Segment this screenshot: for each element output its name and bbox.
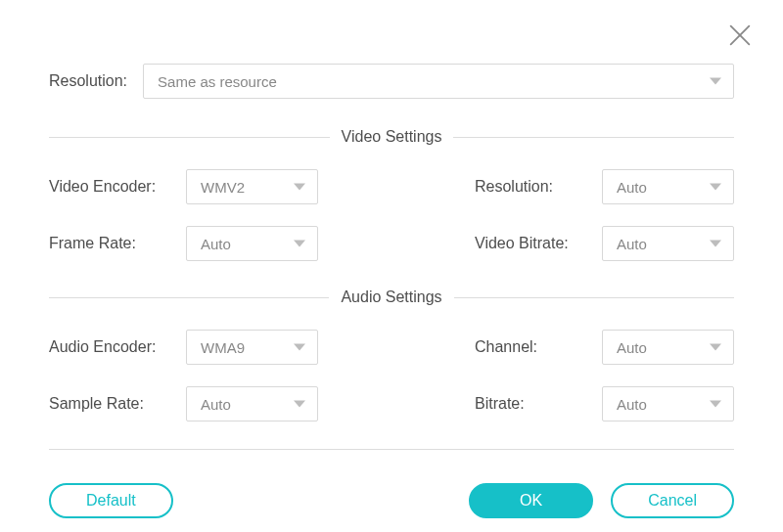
close-icon[interactable] — [726, 22, 754, 49]
audio-bitrate-label: Bitrate: — [475, 395, 602, 413]
sample-rate-label: Sample Rate: — [49, 395, 186, 413]
video-bitrate-label: Video Bitrate: — [475, 235, 602, 252]
frame-rate-dropdown[interactable]: Auto — [186, 226, 318, 261]
dropdown-value: Auto — [617, 236, 647, 252]
video-bitrate-dropdown[interactable]: Auto — [602, 226, 734, 261]
chevron-down-icon — [294, 184, 305, 191]
chevron-down-icon — [710, 241, 721, 247]
video-encoder-dropdown[interactable]: WMV2 — [186, 169, 318, 204]
video-settings-divider: Video Settings — [49, 128, 734, 146]
dropdown-value: Auto — [617, 339, 647, 356]
audio-encoder-dropdown[interactable]: WMA9 — [186, 330, 318, 365]
audio-settings-grid: Audio Encoder: WMA9 Channel: Auto Sample… — [49, 330, 734, 421]
audio-settings-divider: Audio Settings — [49, 288, 734, 306]
chevron-down-icon — [294, 401, 305, 408]
top-resolution-row: Resolution: Same as resource — [49, 64, 734, 99]
button-row: Default OK Cancel — [49, 483, 734, 518]
chevron-down-icon — [294, 241, 305, 247]
cancel-button[interactable]: Cancel — [611, 483, 734, 518]
dropdown-value: WMV2 — [201, 179, 245, 196]
resolution-top-label: Resolution: — [49, 72, 127, 90]
audio-settings-title: Audio Settings — [341, 288, 441, 306]
chevron-down-icon — [294, 344, 305, 351]
dropdown-value: Same as resource — [158, 73, 277, 90]
chevron-down-icon — [710, 78, 721, 85]
channel-dropdown[interactable]: Auto — [602, 330, 734, 365]
video-resolution-dropdown[interactable]: Auto — [602, 169, 734, 204]
video-resolution-label: Resolution: — [475, 178, 602, 196]
dropdown-value: WMA9 — [201, 339, 245, 356]
frame-rate-label: Frame Rate: — [49, 235, 186, 252]
chevron-down-icon — [710, 184, 721, 191]
ok-button[interactable]: OK — [469, 483, 593, 518]
video-settings-grid: Video Encoder: WMV2 Resolution: Auto Fra… — [49, 169, 734, 261]
sample-rate-dropdown[interactable]: Auto — [186, 386, 318, 421]
dropdown-value: Auto — [201, 236, 231, 252]
video-settings-title: Video Settings — [342, 128, 442, 146]
audio-bitrate-dropdown[interactable]: Auto — [602, 386, 734, 421]
resolution-top-dropdown[interactable]: Same as resource — [143, 64, 734, 99]
chevron-down-icon — [710, 344, 721, 351]
chevron-down-icon — [710, 401, 721, 408]
audio-encoder-label: Audio Encoder: — [49, 338, 186, 356]
dropdown-value: Auto — [617, 179, 647, 196]
channel-label: Channel: — [475, 338, 602, 356]
video-encoder-label: Video Encoder: — [49, 178, 186, 196]
dropdown-value: Auto — [201, 396, 231, 413]
default-button[interactable]: Default — [49, 483, 173, 518]
dropdown-value: Auto — [617, 396, 647, 413]
bottom-divider — [49, 449, 734, 450]
